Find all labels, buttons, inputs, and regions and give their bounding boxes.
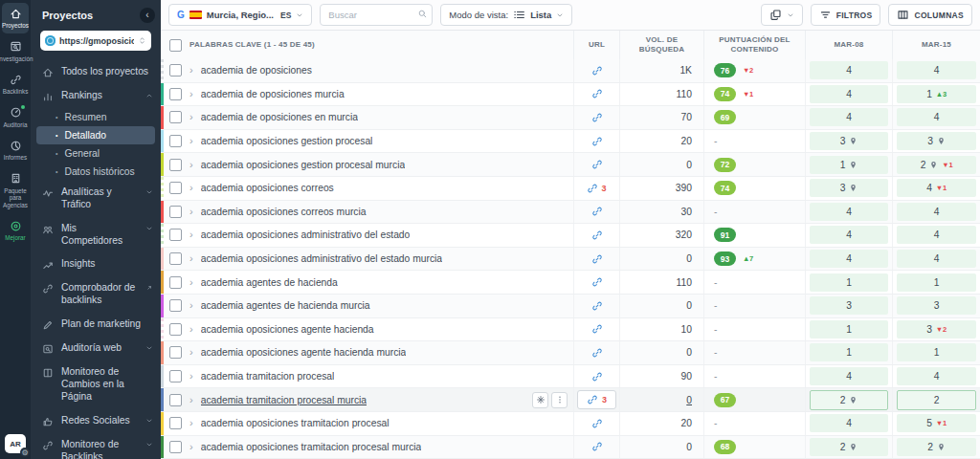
expand-caret-icon[interactable]: › (189, 418, 193, 428)
position-cell[interactable]: 4 (897, 367, 976, 385)
content-score-badge[interactable]: 69 (714, 110, 736, 124)
table-row[interactable]: ›academia oposiciones tramitacion proces… (161, 436, 980, 459)
iconbar-item-proyectos[interactable]: Proyectos (2, 3, 29, 33)
date2-header[interactable]: MAR-15 (893, 31, 980, 59)
url-link-icon[interactable] (591, 441, 603, 452)
row-checkbox[interactable] (169, 299, 182, 312)
expand-caret-icon[interactable]: › (189, 65, 193, 76)
position-cell[interactable]: 5▼1 (897, 414, 976, 432)
iconbar-item-investigacion[interactable]: Investigación (2, 36, 29, 67)
position-cell[interactable]: 4 (897, 203, 976, 221)
content-score-badge[interactable]: 93 (714, 251, 736, 266)
position-cell[interactable]: 3▼2 (897, 320, 976, 339)
keyword-link[interactable]: academia de oposiciones (201, 65, 312, 76)
table-row[interactable]: ›academia agentes de hacienda110-11 (161, 271, 980, 295)
table-row[interactable]: ›academia tramitacion procesal murcia306… (161, 388, 980, 412)
sidebar-item-todos-los-proyectos[interactable]: Todos los proyectos (31, 60, 161, 84)
position-cell[interactable]: 4 (810, 414, 888, 432)
view-mode-selector[interactable]: Modo de vista: Lista (440, 4, 572, 26)
iconbar-item-mejorar[interactable]: Mejorar (2, 215, 29, 246)
row-checkbox[interactable] (169, 370, 182, 382)
row-checkbox[interactable] (169, 88, 182, 100)
date1-header[interactable]: MAR-08 (806, 31, 893, 59)
expand-caret-icon[interactable]: › (189, 442, 193, 452)
content-score-badge[interactable]: 74 (714, 181, 736, 195)
keyword-link[interactable]: academia oposiciones administrativo del … (201, 230, 411, 240)
row-checkbox[interactable] (169, 276, 182, 289)
expand-caret-icon[interactable]: › (189, 277, 193, 288)
serp-features-button[interactable] (532, 392, 548, 408)
score-header[interactable]: PUNTUACIÓN DEL CONTENIDO (704, 31, 806, 59)
keyword-link[interactable]: academia agentes de hacienda murcia (201, 300, 370, 311)
row-checkbox[interactable] (169, 206, 182, 218)
position-cell[interactable]: 4 (810, 85, 888, 103)
url-link-icon[interactable] (591, 253, 603, 265)
position-cell[interactable]: 3 (897, 296, 976, 315)
expand-caret-icon[interactable]: › (189, 207, 193, 217)
search-input[interactable] (320, 4, 433, 26)
row-checkbox[interactable] (169, 135, 182, 147)
sidebar-item-general[interactable]: •General (31, 144, 161, 163)
sidebar-item-insights[interactable]: Insights (31, 252, 161, 276)
keyword-link[interactable]: academia oposiciones tramitacion procesa… (201, 418, 390, 428)
position-cell[interactable]: 2▼1 (897, 156, 976, 174)
position-cell[interactable]: 4 (810, 226, 888, 244)
content-score-badge[interactable]: 74 (714, 87, 736, 101)
sidebar-item-comprobador-de-backlinks[interactable]: Comprobador de backlinks (31, 276, 161, 313)
url-link-icon[interactable] (591, 206, 603, 217)
keyword-link[interactable]: academia de oposiciones murcia (201, 89, 345, 99)
table-row[interactable]: ›academia tramitacion procesal90-44 (161, 365, 980, 389)
sidebar-item-redes-sociales[interactable]: Redes Sociales (31, 409, 161, 433)
content-score-badge[interactable]: 68 (714, 440, 736, 454)
position-cell[interactable]: 2 (810, 438, 888, 456)
expand-caret-icon[interactable]: › (189, 300, 193, 311)
keyword-link[interactable]: academia oposiciones agente hacienda mur… (201, 347, 407, 358)
keyword-link[interactable]: academia oposiciones tramitacion procesa… (201, 442, 422, 452)
keyword-link[interactable]: academia tramitacion procesal murcia (201, 395, 367, 405)
row-checkbox[interactable] (169, 182, 182, 194)
row-checkbox[interactable] (169, 346, 182, 359)
position-cell[interactable]: 1 (897, 343, 976, 361)
position-cell[interactable]: 4 (897, 108, 976, 126)
expand-caret-icon[interactable]: › (189, 253, 193, 264)
url-link-icon[interactable] (591, 65, 603, 76)
row-checkbox[interactable] (169, 441, 182, 453)
row-checkbox[interactable] (169, 323, 182, 336)
row-checkbox[interactable] (169, 64, 182, 76)
url-link-icon[interactable] (591, 347, 603, 359)
position-cell[interactable]: 4 (897, 250, 976, 268)
row-checkbox[interactable] (169, 417, 182, 429)
project-selector[interactable]: https://gmoposicion... (40, 31, 151, 51)
search-engine-selector[interactable]: G Murcia, Regio... ES (168, 4, 312, 26)
user-avatar[interactable]: AR ⚙ (5, 434, 26, 453)
collapse-panel-button[interactable]: ‹ (140, 8, 155, 23)
position-cell[interactable]: 3 (897, 132, 976, 150)
url-link-icon[interactable] (587, 183, 598, 194)
sidebar-item-resumen[interactable]: •Resumen (31, 108, 161, 126)
url-link-icon[interactable] (591, 276, 603, 288)
copy-dropdown-button[interactable] (761, 4, 803, 26)
sidebar-item-datos-historicos[interactable]: •Datos históricos (31, 163, 161, 181)
position-cell[interactable]: 3 (810, 132, 888, 150)
url-link-icon[interactable] (591, 230, 603, 241)
position-cell[interactable]: 2 (897, 390, 976, 410)
position-cell[interactable]: 2 (810, 390, 888, 410)
position-cell[interactable]: 4 (810, 367, 888, 385)
sidebar-item-analiticas-y-trafico[interactable]: Analíticas y Tráfico (31, 181, 161, 217)
keyword-link[interactable]: academia oposiciones correos murcia (201, 207, 367, 217)
volume-header[interactable]: VOL. DE BÚSQUEDA (620, 31, 704, 59)
expand-caret-icon[interactable]: › (189, 324, 193, 335)
position-cell[interactable]: 4 (810, 61, 888, 79)
row-checkbox[interactable] (169, 111, 182, 123)
url-link-icon[interactable] (591, 323, 603, 335)
table-row[interactable]: ›academia de oposiciones murcia11074▼141… (161, 83, 980, 107)
row-checkbox[interactable] (169, 252, 182, 265)
keyword-link[interactable]: academia agentes de hacienda (201, 277, 338, 288)
position-cell[interactable]: 1 (810, 273, 888, 292)
table-row[interactable]: ›academia agentes de hacienda murcia0-33 (161, 295, 980, 318)
position-cell[interactable]: 4 (810, 203, 888, 221)
row-checkbox[interactable] (169, 394, 182, 406)
url-link-icon[interactable] (591, 88, 603, 99)
position-cell[interactable]: 4 (810, 250, 888, 268)
position-cell[interactable]: 3 (810, 296, 888, 315)
